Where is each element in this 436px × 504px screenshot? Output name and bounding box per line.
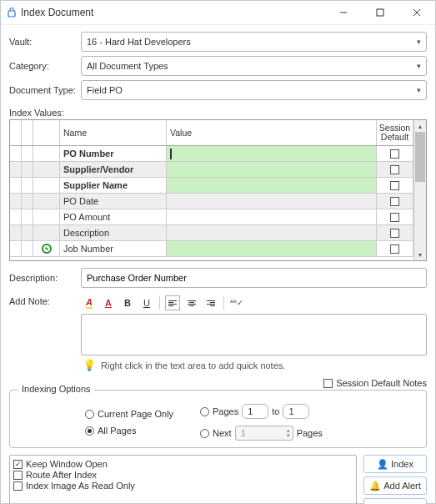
options-check-panel: Keep Window Open Route After Index Index… — [9, 455, 357, 504]
table-row[interactable]: Description — [10, 225, 413, 241]
align-center-icon[interactable] — [183, 295, 200, 311]
lightbulb-icon: 💡 — [83, 359, 96, 371]
checkbox-icon — [13, 471, 23, 480]
checkbox-icon — [13, 481, 23, 491]
grid-header: Name Value Session Default — [10, 120, 413, 146]
chevron-down-icon: ▾ — [417, 86, 421, 94]
document-type-combo-value: Field PO — [87, 85, 123, 95]
align-left-icon[interactable] — [164, 295, 181, 311]
session-default-check[interactable] — [377, 209, 413, 225]
row-value-cell[interactable] — [167, 241, 377, 257]
row-name: PO Number — [60, 146, 167, 162]
note-toolbar: A A B U ᴬᴮ✓ — [81, 295, 427, 311]
row-name: PO Date — [60, 194, 167, 209]
all-pages-radio[interactable]: All Pages — [85, 426, 193, 436]
row-name: PO Amount — [60, 209, 167, 225]
link-icon — [42, 244, 52, 254]
session-default-notes-check[interactable]: Session Default Notes — [323, 378, 427, 388]
session-default-check[interactable] — [377, 146, 413, 162]
row-name: Job Number — [60, 241, 167, 257]
bell-icon: 🔔 — [369, 481, 381, 491]
page-to-input[interactable]: 1 — [283, 404, 309, 419]
table-row[interactable]: Job Number — [10, 241, 413, 257]
description-label: Description: — [9, 273, 81, 283]
checkbox-icon — [390, 229, 399, 238]
description-input[interactable] — [81, 268, 427, 288]
row-name: Supplier Name — [60, 178, 167, 194]
session-default-check[interactable] — [377, 194, 413, 209]
title-bar: Index Document — [1, 1, 435, 25]
row-name: Description — [60, 225, 167, 241]
session-default-check[interactable] — [377, 178, 413, 194]
spellcheck-icon[interactable]: ᴬᴮ✓ — [228, 295, 245, 311]
next-pages-spinner[interactable]: 1 ▲▼ — [235, 426, 293, 441]
table-row[interactable]: PO Number — [10, 146, 413, 162]
radio-icon — [85, 410, 94, 419]
grid-header-session-default[interactable]: Session Default — [377, 120, 413, 145]
current-page-only-radio[interactable]: Current Page Only — [85, 409, 193, 419]
checkbox-icon — [390, 181, 399, 190]
category-combo-value: All Document Types — [87, 61, 168, 71]
maximize-button[interactable] — [362, 1, 398, 24]
row-value-cell[interactable] — [167, 162, 377, 178]
grid-header-value[interactable]: Value — [167, 120, 377, 145]
checkbox-icon — [323, 379, 333, 388]
chevron-down-icon: ▾ — [417, 38, 421, 46]
highlight-icon[interactable]: A — [81, 295, 98, 311]
row-name: Supplier/Vendor — [60, 162, 167, 178]
radio-icon — [85, 426, 94, 436]
vault-combo[interactable]: 16 - Hard Hat Developers ▾ — [81, 32, 427, 52]
page-from-input[interactable]: 1 — [242, 404, 268, 419]
close-button[interactable] — [398, 1, 435, 24]
toolbar-separator — [223, 296, 224, 310]
row-value-cell[interactable] — [167, 209, 377, 225]
app-icon — [6, 7, 18, 18]
scroll-down-icon[interactable]: ▾ — [414, 249, 426, 260]
document-type-combo[interactable]: Field PO ▾ — [81, 80, 427, 100]
session-default-check[interactable] — [377, 241, 413, 257]
minimize-button[interactable] — [325, 1, 362, 24]
add-alert-button[interactable]: 🔔 Add Alert — [363, 476, 427, 495]
checkbox-icon — [390, 149, 399, 159]
route-after-index-check[interactable]: Route After Index — [13, 470, 353, 480]
category-label: Category: — [9, 61, 81, 71]
checkbox-icon — [390, 197, 399, 206]
align-right-icon[interactable] — [203, 295, 219, 311]
person-icon: 👤 — [377, 459, 388, 470]
scroll-up-icon[interactable]: ▴ — [414, 120, 426, 132]
table-row[interactable]: Supplier Name — [10, 178, 413, 194]
index-button[interactable]: 👤 Index — [363, 455, 427, 473]
table-row[interactable]: PO Date — [10, 194, 413, 209]
checkbox-icon — [390, 165, 399, 174]
index-values-label: Index Values: — [9, 108, 427, 118]
grid-header-name[interactable]: Name — [60, 120, 167, 145]
indexing-options-legend: Indexing Options — [18, 384, 94, 394]
session-default-check[interactable] — [377, 162, 413, 178]
row-value-cell[interactable] — [167, 194, 377, 209]
table-row[interactable]: PO Amount — [10, 209, 413, 225]
bold-icon[interactable]: B — [119, 295, 136, 311]
grid-scrollbar[interactable]: ▴ ▾ — [413, 120, 426, 260]
next-pages-radio[interactable]: Next — [200, 428, 232, 438]
session-default-check[interactable] — [377, 225, 413, 241]
note-textarea[interactable] — [81, 314, 427, 355]
font-color-icon[interactable]: A — [100, 295, 117, 311]
add-note-label: Add Note: — [9, 295, 81, 371]
scroll-thumb[interactable] — [415, 132, 425, 182]
category-combo[interactable]: All Document Types ▾ — [81, 56, 427, 76]
row-value-cell[interactable] — [167, 225, 377, 241]
reset-button[interactable]: ↩ Reset — [363, 498, 427, 504]
table-row[interactable]: Supplier/Vendor — [10, 162, 413, 178]
radio-icon — [200, 407, 209, 416]
document-type-label: Document Type: — [9, 85, 81, 95]
note-hint: Right click in the text area to add quic… — [101, 360, 285, 370]
row-value-cell[interactable] — [167, 178, 377, 194]
underline-icon[interactable]: U — [138, 295, 155, 311]
window-title: Index Document — [21, 7, 93, 18]
index-values-grid: Name Value Session Default PO NumberSupp… — [9, 119, 427, 261]
row-value-cell[interactable] — [167, 146, 377, 162]
index-image-read-only-check[interactable]: Index Image As Read Only — [13, 481, 353, 491]
pages-range-radio[interactable]: Pages — [200, 406, 238, 416]
checkbox-icon — [13, 460, 23, 469]
keep-window-open-check[interactable]: Keep Window Open — [13, 459, 353, 469]
